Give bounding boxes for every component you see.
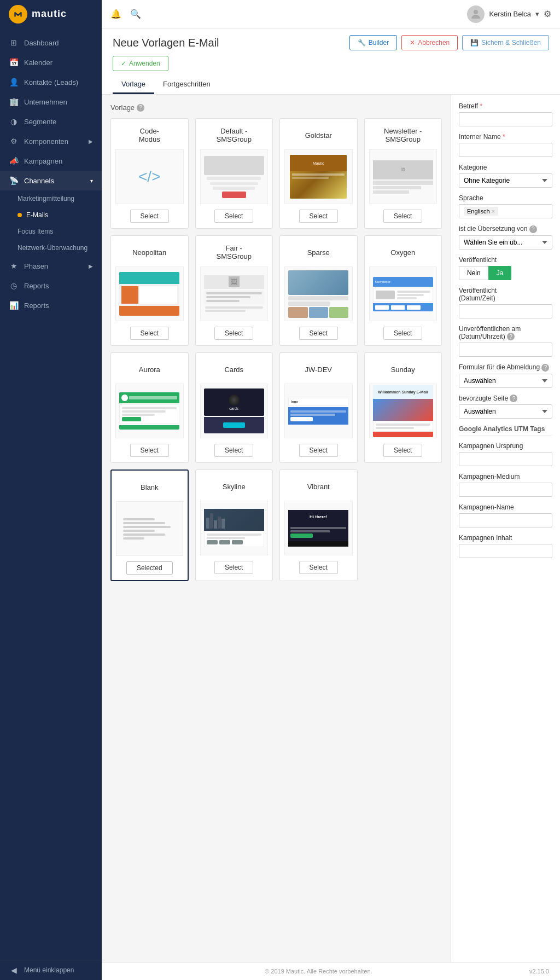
kampagnen-name-input[interactable] (459, 513, 552, 527)
toggle-nein-button[interactable]: Nein (459, 266, 488, 280)
template-card-skyline[interactable]: Skyline (195, 469, 273, 581)
page-footer: © 2019 Mautic. Alle Rechte vorbehalten. … (102, 962, 560, 980)
betreff-input[interactable] (459, 112, 552, 126)
abbrechen-button[interactable]: ✕ Abbrechen (401, 35, 458, 50)
template-card-newsletter-smsgroup[interactable]: Newsletter -SMSGroup 🖼 Select (364, 118, 442, 229)
kampagnen-ursprung-input[interactable] (459, 452, 552, 466)
kampagnen-medium-input[interactable] (459, 483, 552, 497)
select-newsletter-button[interactable]: Select (383, 210, 422, 223)
veroeffentlicht-datum-input[interactable] (459, 304, 552, 318)
code-preview-icon: </> (138, 168, 160, 185)
select-cards-button[interactable]: Select (214, 444, 253, 457)
select-aurora-button[interactable]: Select (130, 444, 169, 457)
sprache-remove-icon[interactable]: × (492, 208, 495, 214)
sidebar-sub-netzwerk[interactable]: Netzwerk-Überwachung (9, 240, 102, 256)
user-chevron-icon[interactable]: ▾ (535, 10, 539, 18)
select-default-button[interactable]: Select (214, 210, 253, 223)
card-title: Default -SMSGroup (217, 125, 252, 145)
formular-help-icon[interactable]: ? (541, 364, 549, 372)
template-card-sparse[interactable]: Sparse (279, 235, 358, 346)
formular-group: Formular für die Abmeldung ? Auswählen (459, 363, 552, 388)
betreff-label: Betreff * (459, 102, 552, 110)
bevorzugte-label: bevorzugte Seite ? (459, 395, 552, 403)
card-title: Fair -SMSGroup (217, 242, 252, 262)
kategorie-select[interactable]: Ohne Kategorie (459, 173, 552, 188)
sidebar-item-kalender[interactable]: 📅 Kalender (0, 53, 102, 72)
gear-icon[interactable]: ⚙ (544, 9, 551, 19)
uebersetzung-select[interactable]: Wählen Sie ein üb... (459, 235, 552, 250)
sidebar-item-reports[interactable]: 📊 Reports (0, 295, 102, 315)
calendar-icon: 📅 (9, 58, 19, 67)
sidebar-sub-focus[interactable]: Focus Items (9, 223, 102, 240)
sidebar-item-phasen[interactable]: ◷ Reports (0, 276, 102, 295)
sichern-button[interactable]: 💾 Sichern & Schließen (462, 35, 549, 50)
select-jw-button[interactable]: Select (299, 444, 338, 457)
template-card-goldstar[interactable]: Goldstar Mautic (279, 118, 358, 229)
tab-vorlage[interactable]: Vorlage (113, 76, 154, 94)
select-neopolitan-button[interactable]: Select (130, 327, 169, 340)
nav-actions: 🔔 🔍 (110, 9, 467, 19)
sidebar-item-segmente[interactable]: ◑ Segmente (0, 112, 102, 131)
interner-name-input[interactable] (459, 143, 552, 157)
template-card-blank[interactable]: Blank Selected (110, 469, 189, 581)
sidebar-item-unternehmen[interactable]: 🏢 Unternehmen (0, 92, 102, 112)
sidebar: ⊞ Dashboard 📅 Kalender 👤 Kontakte (Leads… (0, 28, 102, 980)
sidebar-item-dashboard[interactable]: ⊞ Dashboard (0, 33, 102, 53)
selected-blank-button[interactable]: Selected (126, 561, 173, 575)
template-card-default-smsgroup[interactable]: Default -SMSGroup Select (195, 118, 273, 229)
sidebar-item-channels[interactable]: 📡 Channels ▾ (0, 171, 102, 190)
collapse-label: Menü einklappen (24, 966, 74, 974)
template-help-icon[interactable]: ? (137, 104, 144, 112)
sprache-input[interactable]: Englisch × (459, 204, 552, 218)
dashboard-icon: ⊞ (9, 38, 19, 47)
select-sparse-button[interactable]: Select (299, 327, 338, 340)
select-code-modus-button[interactable]: Select (130, 210, 169, 223)
sidebar-sub-marketingmitteilung[interactable]: Marketingmitteilung (9, 190, 102, 207)
unveroeffentlichen-help-icon[interactable]: ? (507, 333, 515, 340)
sidebar-item-kampagnen[interactable]: 📣 Kampagnen (0, 151, 102, 171)
select-skyline-button[interactable]: Select (214, 561, 253, 574)
template-card-jw-dev[interactable]: JW-DEV logo (279, 352, 358, 463)
template-card-neopolitan[interactable]: Neopolitan Select (110, 235, 189, 346)
kampagnen-inhalt-input[interactable] (459, 544, 552, 558)
select-fair-button[interactable]: Select (214, 327, 253, 340)
komponenten-arrow-icon: ▶ (89, 138, 93, 144)
template-card-code-modus[interactable]: Code-Modus </> Select (110, 118, 189, 229)
focus-label: Focus Items (18, 228, 53, 235)
select-sunday-button[interactable]: Select (383, 444, 422, 457)
template-preview: logo (284, 384, 353, 438)
uebersetzung-help-icon[interactable]: ? (529, 225, 537, 233)
search-button[interactable]: 🔍 (130, 9, 141, 19)
template-preview: Mautic (284, 149, 353, 204)
template-card-oxygen[interactable]: Oxygen Newsletter (364, 235, 442, 346)
select-oxygen-button[interactable]: Select (383, 327, 422, 340)
sidebar-item-komponenten[interactable]: ⚙ Komponenten ▶ (0, 131, 102, 151)
template-card-aurora[interactable]: Aurora (110, 352, 189, 463)
template-card-sunday[interactable]: Sunday Willkommen Sunday E-Mail (364, 352, 442, 463)
user-area: Kerstin Belca ▾ ⚙ (467, 5, 551, 23)
bevorzugte-select[interactable]: Auswählen (459, 404, 552, 419)
campaigns-icon: 📣 (9, 156, 19, 165)
bevorzugte-help-icon[interactable]: ? (510, 395, 517, 402)
bell-button[interactable]: 🔔 (110, 9, 121, 19)
unveroeffentlichen-input[interactable] (459, 343, 552, 357)
sprache-tag: Englisch × (464, 207, 498, 216)
select-goldstar-button[interactable]: Select (299, 210, 338, 223)
kampagnen-medium-group: Kampagnen-Medium (459, 473, 552, 497)
sidebar-item-kontakte[interactable]: 👤 Kontakte (Leads) (0, 72, 102, 92)
veroeffentlicht-group: Veröffentlicht Nein Ja (459, 256, 552, 280)
template-card-vibrant[interactable]: Vibrant Hi there! (279, 469, 358, 581)
toggle-ja-button[interactable]: Ja (488, 266, 512, 280)
formular-select[interactable]: Auswählen (459, 374, 552, 388)
template-card-fair-smsgroup[interactable]: Fair -SMSGroup 🖼 (195, 235, 273, 346)
sidebar-collapse-button[interactable]: ◀ Menü einklappen (0, 960, 102, 980)
sidebar-sub-emails[interactable]: E-Mails (9, 207, 102, 223)
template-card-cards[interactable]: Cards cards (195, 352, 273, 463)
tab-fortgeschritten[interactable]: Fortgeschritten (154, 76, 219, 94)
builder-button[interactable]: 🔧 Builder (349, 35, 397, 50)
netzwerk-label: Netzwerk-Überwachung (18, 244, 88, 252)
select-vibrant-button[interactable]: Select (299, 561, 338, 574)
sidebar-item-punkte[interactable]: ★ Phasen ▶ (0, 256, 102, 276)
template-preview (116, 501, 183, 556)
anwenden-button[interactable]: ✓ Anwenden (113, 56, 168, 71)
